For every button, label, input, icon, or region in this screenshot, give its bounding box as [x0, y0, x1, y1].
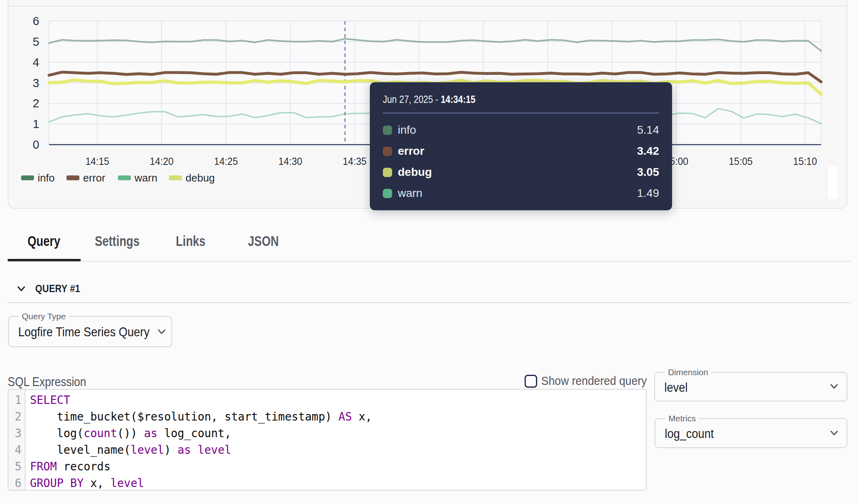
- code-line: FROM records: [30, 458, 372, 475]
- editor-code[interactable]: SELECT time_bucket($resolution, start_ti…: [26, 390, 372, 490]
- line-number: 1: [9, 392, 21, 408]
- tooltip-swatch-info: [383, 126, 392, 135]
- x-axis-tick-label: 14:30: [278, 155, 302, 167]
- x-axis-tick-label: 14:25: [214, 155, 238, 167]
- code-line: log(count()) as log_count,: [30, 425, 372, 442]
- tab-links[interactable]: Links: [176, 233, 205, 249]
- metrics-value: log_count: [665, 427, 714, 441]
- tooltip-series-value: 3.05: [637, 166, 660, 179]
- tooltip-time: 14:34:15: [441, 94, 476, 105]
- tooltip-series-value: 1.49: [637, 187, 660, 200]
- tooltip-series-value: 5.14: [637, 124, 660, 137]
- y-axis-tick-label: 4: [33, 56, 39, 69]
- tooltip-series-value: 3.42: [637, 145, 660, 158]
- legend-item-error[interactable]: error: [66, 173, 105, 183]
- line-number: 6: [9, 475, 21, 491]
- metrics-label: Metrics: [665, 414, 699, 423]
- tab-query[interactable]: Query: [28, 233, 60, 249]
- line-number: 2: [9, 408, 21, 425]
- y-axis-tick-label: 0: [33, 138, 39, 151]
- tooltip-series-name: debug: [398, 166, 432, 179]
- show-rendered-query-checkbox[interactable]: [525, 375, 537, 388]
- code-line: SELECT: [30, 392, 372, 408]
- tooltip-row-warn: warn1.49: [383, 183, 659, 204]
- legend-label: warn: [134, 173, 157, 183]
- y-axis-tick-label: 3: [33, 77, 39, 90]
- y-axis-tick-label: 5: [33, 35, 39, 48]
- legend-swatch-info: [21, 175, 34, 180]
- legend-label: debug: [186, 173, 215, 183]
- query-section-header[interactable]: QUERY #1: [17, 283, 86, 295]
- x-axis-tick-label: 14:20: [149, 155, 173, 167]
- dimension-label: Dimension: [665, 368, 711, 377]
- active-tab-indicator: [8, 259, 81, 261]
- tooltip-date: Jun 27, 2025 -: [383, 94, 441, 105]
- editor-line-numbers: 123456: [9, 390, 26, 490]
- tooltip-row-debug: debug3.05: [383, 162, 659, 183]
- tooltip-timestamp: Jun 27, 2025 - 14:34:15: [383, 94, 615, 105]
- sql-expression-label: SQL Expression: [8, 375, 86, 389]
- chart-tooltip: Jun 27, 2025 - 14:34:15 info5.14error3.4…: [370, 82, 672, 210]
- tooltip-row-error: error3.42: [383, 141, 659, 162]
- query-section-divider: [8, 302, 851, 303]
- legend-item-debug[interactable]: debug: [169, 173, 215, 183]
- sql-code-editor[interactable]: 123456 SELECT time_bucket($resolution, s…: [8, 389, 647, 491]
- tooltip-swatch-error: [383, 147, 392, 156]
- tab-settings[interactable]: Settings: [95, 233, 139, 249]
- legend-swatch-debug: [169, 175, 182, 180]
- legend-swatch-warn: [118, 175, 131, 180]
- chevron-down-icon: [158, 329, 166, 335]
- show-rendered-query-label: Show rendered query: [541, 374, 647, 388]
- y-axis-tick-label: 6: [33, 15, 39, 28]
- collapse-chevron-icon[interactable]: [17, 286, 25, 292]
- tooltip-divider: [383, 113, 659, 113]
- tooltip-series-name: warn: [398, 187, 423, 200]
- dimension-value: level: [664, 380, 687, 395]
- legend-label: error: [83, 173, 105, 183]
- query-type-select[interactable]: Query Type Logfire Time Series Query: [8, 316, 172, 347]
- dimension-select[interactable]: Dimension level: [654, 372, 847, 401]
- code-line: level_name(level) as level: [30, 442, 372, 458]
- chevron-down-icon: [830, 430, 838, 436]
- legend-item-warn[interactable]: warn: [118, 173, 157, 183]
- tooltip-swatch-warn: [383, 189, 392, 198]
- query-type-value: Logfire Time Series Query: [18, 325, 149, 340]
- x-axis-tick-label: 15:10: [793, 155, 817, 167]
- metrics-select[interactable]: Metrics log_count: [655, 418, 847, 448]
- x-axis-tick-label: 15:05: [729, 155, 753, 167]
- x-axis-tick-label: 14:35: [343, 155, 367, 167]
- tab-json[interactable]: JSON: [248, 233, 279, 249]
- tooltip-series-name: info: [398, 124, 416, 137]
- show-rendered-query-control: Show rendered query: [525, 374, 653, 388]
- query-section-title: QUERY #1: [35, 283, 80, 295]
- legend-item-info[interactable]: info: [21, 173, 55, 183]
- panel-scrollbar-thumb[interactable]: [828, 167, 837, 199]
- line-number: 3: [9, 425, 21, 442]
- chevron-down-icon: [830, 384, 838, 389]
- line-number: 5: [9, 458, 21, 475]
- code-line: time_bucket($resolution, start_timestamp…: [30, 408, 372, 425]
- tooltip-row-info: info5.14: [383, 120, 659, 141]
- line-number: 4: [9, 442, 21, 458]
- tooltip-series-name: error: [398, 145, 424, 158]
- legend-label: info: [38, 173, 55, 183]
- panel-tabs: QuerySettingsLinksJSON: [0, 233, 858, 262]
- x-axis-tick-label: 14:15: [85, 155, 109, 167]
- tooltip-swatch-debug: [383, 168, 392, 177]
- tabs-divider: [8, 261, 851, 262]
- legend-swatch-error: [66, 175, 79, 180]
- y-axis-tick-label: 2: [33, 97, 39, 110]
- query-type-label: Query Type: [19, 312, 69, 321]
- y-axis-tick-label: 1: [33, 117, 39, 130]
- code-line: GROUP BY x, level: [30, 475, 372, 491]
